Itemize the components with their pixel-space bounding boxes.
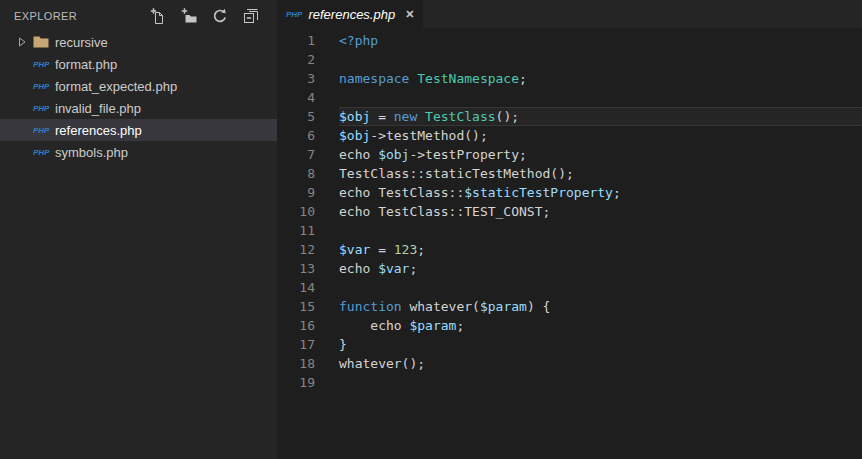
php-file-icon: PHP [33,148,55,157]
code-line-8[interactable]: 8TestClass::staticTestMethod(); [277,164,862,183]
tree-item-label: recursive [55,35,108,50]
file-item-format-expected-php[interactable]: PHPformat_expected.php [0,75,277,97]
code-text: $var = 123; [339,240,862,259]
code-line-11[interactable]: 11 [277,221,862,240]
gutter-gap [315,335,339,354]
tree-item-label: invalid_file.php [55,101,141,116]
code-text: echo $param; [339,316,862,335]
code-editor[interactable]: 1<?php23namespace TestNamespace;45$obj =… [277,28,862,459]
php-badge: PHP [33,82,49,91]
gutter-gap [315,69,339,88]
line-number: 9 [277,183,315,202]
line-number: 19 [277,373,315,392]
code-text: namespace TestNamespace; [339,69,862,88]
line-number: 18 [277,354,315,373]
code-line-13[interactable]: 13echo $var; [277,259,862,278]
line-number: 14 [277,278,315,297]
line-number: 7 [277,145,315,164]
code-line-12[interactable]: 12$var = 123; [277,240,862,259]
code-line-18[interactable]: 18whatever(); [277,354,862,373]
refresh-icon [212,8,228,24]
line-number: 13 [277,259,315,278]
gutter-gap [315,107,339,126]
line-number: 2 [277,50,315,69]
refresh-button[interactable] [212,8,228,24]
code-line-19[interactable]: 19 [277,373,862,392]
gutter-gap [315,240,339,259]
gutter-gap [315,31,339,50]
code-line-6[interactable]: 6$obj->testMethod(); [277,126,862,145]
code-text: <?php [339,31,862,50]
editor-group: PHP references.php ✕ 1<?php23namespace T… [277,0,862,459]
line-number: 4 [277,88,315,107]
folder-item-recursive[interactable]: recursive [0,31,277,53]
code-text [339,373,862,392]
close-tab-icon[interactable]: ✕ [405,9,414,20]
tab-bar: PHP references.php ✕ [277,0,862,28]
chevron-right-icon [17,36,27,48]
line-number: 3 [277,69,315,88]
code-line-1[interactable]: 1<?php [277,31,862,50]
file-item-format-php[interactable]: PHPformat.php [0,53,277,75]
gutter-gap [315,221,339,240]
line-number: 15 [277,297,315,316]
code-line-2[interactable]: 2 [277,50,862,69]
explorer-header: EXPLORER [0,0,277,31]
collapse-all-button[interactable] [243,8,259,24]
code-line-3[interactable]: 3namespace TestNamespace; [277,69,862,88]
tree-item-label: format_expected.php [55,79,177,94]
line-number: 5 [277,107,315,126]
gutter-gap [315,297,339,316]
code-text: echo $var; [339,259,862,278]
file-tree: recursivePHPformat.phpPHPformat_expected… [0,31,277,163]
code-text [339,278,862,297]
line-number: 11 [277,221,315,240]
php-file-icon: PHP [33,126,55,135]
gutter-gap [315,202,339,221]
explorer-actions [150,8,259,24]
tree-item-label: format.php [55,57,117,72]
file-item-invalid-file-php[interactable]: PHPinvalid_file.php [0,97,277,119]
gutter-gap [315,354,339,373]
code-line-10[interactable]: 10echo TestClass::TEST_CONST; [277,202,862,221]
explorer-title: EXPLORER [14,10,150,22]
php-badge: PHP [33,126,49,135]
code-line-5[interactable]: 5$obj = new TestClass(); [277,107,862,126]
gutter-gap [315,50,339,69]
code-line-7[interactable]: 7echo $obj->testProperty; [277,145,862,164]
gutter-gap [315,316,339,335]
php-badge: PHP [33,148,49,157]
php-file-icon: PHP [33,60,55,69]
line-number: 8 [277,164,315,183]
code-line-14[interactable]: 14 [277,278,862,297]
chevron-right-icon [17,36,33,48]
code-line-9[interactable]: 9echo TestClass::$staticTestProperty; [277,183,862,202]
tab-references-php[interactable]: PHP references.php ✕ [277,0,423,28]
file-item-references-php[interactable]: PHPreferences.php [0,119,277,141]
code-text [339,88,862,107]
tab-label: references.php [308,7,395,22]
php-file-icon: PHP [33,104,55,113]
code-text: echo TestClass::$staticTestProperty; [339,183,862,202]
code-text [339,50,862,69]
new-folder-button[interactable] [181,8,197,24]
code-line-16[interactable]: 16 echo $param; [277,316,862,335]
code-text: TestClass::staticTestMethod(); [339,164,862,183]
vscode-workbench: EXPLORER [0,0,862,459]
line-number: 17 [277,335,315,354]
folder-icon [33,35,55,49]
code-line-17[interactable]: 17} [277,335,862,354]
code-line-4[interactable]: 4 [277,88,862,107]
explorer-sidebar: EXPLORER [0,0,277,459]
line-number: 6 [277,126,315,145]
code-text: echo TestClass::TEST_CONST; [339,202,862,221]
file-item-symbols-php[interactable]: PHPsymbols.php [0,141,277,163]
new-file-button[interactable] [150,8,166,24]
line-number: 1 [277,31,315,50]
code-text: whatever(); [339,354,862,373]
code-text: function whatever($param) { [339,297,862,316]
gutter-gap [315,183,339,202]
code-text: $obj = new TestClass(); [339,107,862,126]
code-line-15[interactable]: 15function whatever($param) { [277,297,862,316]
code-text: echo $obj->testProperty; [339,145,862,164]
